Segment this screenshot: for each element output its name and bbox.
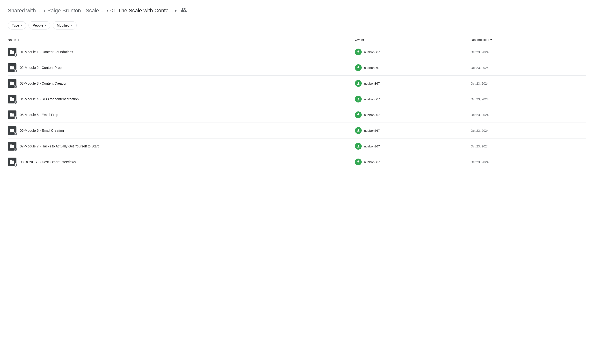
name-cell-2: 03-Module 3 - Content Creation <box>8 76 355 91</box>
file-name-0: 01-Module 1 - Content Foundations <box>20 50 73 54</box>
owner-avatar-3 <box>355 96 362 102</box>
breadcrumb-sep-2: › <box>107 8 109 14</box>
owner-cell-0: nuabon367 <box>355 44 471 60</box>
modified-filter-chevron: ▾ <box>71 24 73 27</box>
owner-name-3: nuabon367 <box>364 97 380 101</box>
folder-person-badge-7 <box>14 163 17 167</box>
folder-person-badge-0 <box>14 53 17 57</box>
owner-name-7: nuabon367 <box>364 160 380 164</box>
owner-cell-3: nuabon367 <box>355 91 471 107</box>
folder-person-badge-3 <box>14 101 17 104</box>
owner-name-5: nuabon367 <box>364 129 380 132</box>
owner-avatar-7 <box>355 159 362 165</box>
folder-icon-6 <box>8 142 16 151</box>
breadcrumb-shared[interactable]: Shared with ... <box>8 7 42 14</box>
owner-avatar-5 <box>355 127 362 134</box>
owner-name-2: nuabon367 <box>364 82 380 85</box>
folder-person-badge-1 <box>14 69 17 73</box>
folder-icon-5 <box>8 126 16 135</box>
owner-cell-1: nuabon367 <box>355 60 471 76</box>
folder-person-badge-6 <box>14 148 17 151</box>
owner-cell-4: nuabon367 <box>355 107 471 123</box>
modified-filter-label: Modified <box>57 23 70 27</box>
date-cell-5: Oct 23, 2024 <box>470 123 586 138</box>
name-cell-6: 07-Module 7 - Hacks to Actually Get Your… <box>8 138 355 154</box>
file-name-4: 05-Module 5 - Email Prep <box>20 113 58 117</box>
date-cell-3: Oct 23, 2024 <box>470 91 586 107</box>
col-header-last-modified[interactable]: Last modified ▾ <box>470 35 586 44</box>
owner-avatar-0 <box>355 49 362 55</box>
table-row[interactable]: 02-Module 2 - Content Prep nuabon367 Oct… <box>8 60 586 76</box>
breadcrumb-paige[interactable]: Paige Brunton - Scale ... <box>47 7 105 14</box>
table-row[interactable]: 06-Module 6 - Email Creation nuabon367 O… <box>8 123 586 138</box>
filter-bar: Type ▾ People ▾ Modified ▾ <box>8 21 586 29</box>
file-name-3: 04-Module 4 - SEO for content creation <box>20 97 79 101</box>
name-cell-1: 02-Module 2 - Content Prep <box>8 60 355 76</box>
people-filter-label: People <box>33 23 43 27</box>
type-filter-label: Type <box>12 23 19 27</box>
table-row[interactable]: 03-Module 3 - Content Creation nuabon367… <box>8 76 586 91</box>
owner-name-1: nuabon367 <box>364 66 380 70</box>
table-row[interactable]: 08-BONUS - Guest Expert Interviews nuabo… <box>8 154 586 170</box>
folder-icon-2 <box>8 79 16 88</box>
table-row[interactable]: 04-Module 4 - SEO for content creation n… <box>8 91 586 107</box>
people-filter-button[interactable]: People ▾ <box>29 21 50 29</box>
date-cell-0: Oct 23, 2024 <box>470 44 586 60</box>
modified-filter-button[interactable]: Modified ▾ <box>53 21 77 29</box>
folder-person-badge-4 <box>14 116 17 120</box>
name-cell-3: 04-Module 4 - SEO for content creation <box>8 91 355 107</box>
owner-avatar-2 <box>355 80 362 87</box>
name-cell-5: 06-Module 6 - Email Creation <box>8 123 355 138</box>
folder-icon-3 <box>8 95 16 103</box>
owner-avatar-6 <box>355 143 362 150</box>
date-cell-6: Oct 23, 2024 <box>470 138 586 154</box>
breadcrumb-sep-1: › <box>44 8 45 14</box>
breadcrumb-people-icon[interactable] <box>181 7 187 15</box>
folder-icon-4 <box>8 110 16 119</box>
file-name-2: 03-Module 3 - Content Creation <box>20 81 67 85</box>
owner-cell-2: nuabon367 <box>355 76 471 91</box>
file-name-7: 08-BONUS - Guest Expert Interviews <box>20 160 76 164</box>
people-filter-chevron: ▾ <box>45 24 46 27</box>
folder-icon-7 <box>8 158 16 166</box>
date-cell-7: Oct 23, 2024 <box>470 154 586 170</box>
breadcrumb-current-folder: 01-The Scale with Conte... ▾ <box>110 7 176 14</box>
table-row[interactable]: 07-Module 7 - Hacks to Actually Get Your… <box>8 138 586 154</box>
breadcrumb-current-label: 01-The Scale with Conte... <box>110 7 173 14</box>
owner-name-6: nuabon367 <box>364 145 380 148</box>
name-cell-4: 05-Module 5 - Email Prep <box>8 107 355 123</box>
breadcrumb: Shared with ... › Paige Brunton - Scale … <box>8 7 586 15</box>
table-row[interactable]: 05-Module 5 - Email Prep nuabon367 Oct 2… <box>8 107 586 123</box>
date-cell-4: Oct 23, 2024 <box>470 107 586 123</box>
file-name-6: 07-Module 7 - Hacks to Actually Get Your… <box>20 144 99 148</box>
date-cell-1: Oct 23, 2024 <box>470 60 586 76</box>
name-cell-7: 08-BONUS - Guest Expert Interviews <box>8 154 355 170</box>
file-table: Name ↑ Owner Last modified ▾ <box>8 35 586 170</box>
type-filter-button[interactable]: Type ▾ <box>8 21 26 29</box>
name-cell-0: 01-Module 1 - Content Foundations <box>8 44 355 60</box>
last-modified-sort-icon: ▾ <box>490 38 492 42</box>
owner-cell-7: nuabon367 <box>355 154 471 170</box>
owner-avatar-4 <box>355 111 362 118</box>
folder-person-badge-5 <box>14 132 17 135</box>
col-header-name[interactable]: Name ↑ <box>8 35 355 44</box>
owner-name-0: nuabon367 <box>364 50 380 54</box>
owner-name-4: nuabon367 <box>364 113 380 117</box>
folder-person-badge-2 <box>14 85 17 88</box>
type-filter-chevron: ▾ <box>21 24 22 27</box>
folder-icon-1 <box>8 63 16 72</box>
folder-icon-0 <box>8 48 16 56</box>
file-name-5: 06-Module 6 - Email Creation <box>20 129 64 132</box>
date-cell-2: Oct 23, 2024 <box>470 76 586 91</box>
breadcrumb-dropdown-icon[interactable]: ▾ <box>175 8 177 13</box>
owner-cell-5: nuabon367 <box>355 123 471 138</box>
file-name-1: 02-Module 2 - Content Prep <box>20 66 62 70</box>
table-row[interactable]: 01-Module 1 - Content Foundations nuabon… <box>8 44 586 60</box>
name-sort-icon: ↑ <box>18 38 19 42</box>
owner-avatar-1 <box>355 64 362 71</box>
owner-cell-6: nuabon367 <box>355 138 471 154</box>
col-header-owner: Owner <box>355 35 471 44</box>
